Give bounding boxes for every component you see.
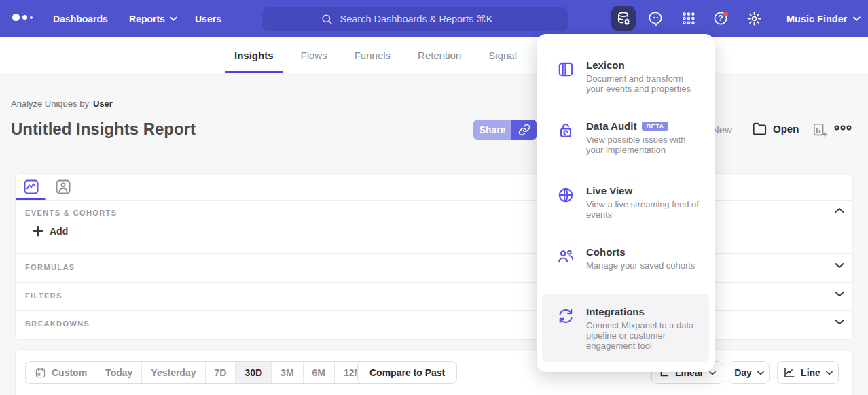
new-report-button[interactable]: New bbox=[712, 124, 732, 135]
add-label: Add bbox=[50, 226, 68, 237]
lexicon-book-icon bbox=[557, 59, 575, 94]
workspace-label: Music Finder bbox=[786, 14, 847, 24]
nav-item-dashboards[interactable]: Dashboards bbox=[53, 0, 108, 37]
beta-badge: BETA bbox=[642, 122, 668, 131]
open-report-button[interactable]: Open bbox=[753, 122, 799, 136]
add-event-button[interactable]: Add bbox=[33, 226, 68, 237]
expand-formulas-chevron-down-icon[interactable] bbox=[835, 262, 844, 269]
range-7d-label: 7D bbox=[215, 367, 227, 378]
apps-grid-button[interactable] bbox=[676, 6, 701, 31]
profiles-view-tab[interactable] bbox=[55, 179, 71, 195]
data-management-menu: Lexicon Document and transform your even… bbox=[537, 34, 715, 372]
tab-funnels[interactable]: Funnels bbox=[341, 37, 404, 73]
compare-label: Compare to Past bbox=[369, 367, 445, 378]
tab-insights-label: Insights bbox=[234, 50, 274, 61]
share-split-button: Share bbox=[473, 120, 537, 140]
more-actions-button[interactable] bbox=[834, 124, 852, 131]
chart-type-label: Line bbox=[801, 367, 820, 378]
nav-item-users[interactable]: Users bbox=[195, 0, 221, 37]
date-range-segmented-control: Custom Today Yesterday 7D 30D 3M 6M 12M bbox=[25, 361, 372, 384]
tab-signal[interactable]: Signal bbox=[475, 37, 530, 73]
breadcrumb: Analyze Uniques byUser bbox=[11, 99, 113, 109]
expand-breakdowns-chevron-down-icon[interactable] bbox=[835, 319, 844, 325]
range-6m-label: 6M bbox=[312, 367, 325, 378]
menu-item-lexicon[interactable]: Lexicon Document and transform your even… bbox=[557, 59, 700, 94]
chevron-down-icon bbox=[170, 16, 177, 21]
metrics-view-tab[interactable] bbox=[23, 179, 39, 195]
section-label-events: EVENTS & COHORTS bbox=[25, 209, 117, 217]
expand-filters-chevron-down-icon[interactable] bbox=[835, 291, 844, 297]
range-yesterday-label: Yesterday bbox=[151, 367, 196, 378]
cohorts-description: Manage your saved cohorts bbox=[586, 260, 695, 271]
lexicon-description: Document and transform your events and p… bbox=[586, 73, 700, 94]
plus-icon bbox=[33, 226, 43, 237]
tab-retention[interactable]: Retention bbox=[404, 37, 475, 73]
link-icon bbox=[518, 124, 530, 136]
section-label-filters: FILTERS bbox=[25, 292, 62, 300]
nav-item-reports[interactable]: Reports bbox=[129, 0, 177, 37]
mixpanel-logo-icon[interactable] bbox=[12, 14, 33, 21]
page-title[interactable]: Untitled Insights Report bbox=[11, 120, 196, 139]
section-label-formulas: FORMULAS bbox=[25, 263, 75, 271]
folder-icon bbox=[753, 122, 767, 136]
search-input[interactable] bbox=[340, 14, 510, 24]
nav-dashboards-label: Dashboards bbox=[53, 14, 108, 24]
data-management-button[interactable] bbox=[611, 6, 636, 31]
report-tabbar: Insights Flows Funnels Retention Signal … bbox=[0, 37, 868, 73]
breadcrumb-prefix: Analyze Uniques by bbox=[11, 99, 89, 109]
chevron-down-icon bbox=[757, 371, 764, 375]
breadcrumb-value[interactable]: User bbox=[93, 99, 113, 109]
tab-funnels-label: Funnels bbox=[355, 50, 391, 61]
add-to-dashboard-button[interactable] bbox=[812, 122, 827, 137]
range-custom-label: Custom bbox=[52, 367, 87, 378]
notification-dot bbox=[723, 12, 728, 16]
add-to-dashboard-icon bbox=[812, 122, 827, 137]
section-label-breakdowns: BREAKDOWNS bbox=[25, 320, 90, 328]
tab-insights[interactable]: Insights bbox=[221, 37, 287, 73]
cohorts-people-icon bbox=[557, 246, 575, 271]
nav-users-label: Users bbox=[195, 14, 221, 24]
range-today-label: Today bbox=[105, 367, 132, 378]
open-label: Open bbox=[773, 123, 799, 135]
range-3m[interactable]: 3M bbox=[271, 362, 302, 383]
range-7d[interactable]: 7D bbox=[205, 362, 236, 383]
search-icon bbox=[321, 13, 333, 26]
data-audit-lock-icon bbox=[557, 120, 575, 155]
chart-type-select-button[interactable]: Line bbox=[777, 361, 839, 384]
interval-select-button[interactable]: Day bbox=[729, 361, 770, 384]
menu-item-live-view[interactable]: Live View View a live streaming feed of … bbox=[557, 185, 700, 220]
database-gear-icon bbox=[616, 11, 632, 27]
range-30d[interactable]: 30D bbox=[235, 362, 271, 383]
svg-text:?: ? bbox=[718, 14, 723, 23]
data-audit-title: Data Audit bbox=[586, 120, 636, 132]
range-today[interactable]: Today bbox=[96, 362, 141, 383]
more-dots-icon bbox=[834, 124, 852, 131]
copy-link-button[interactable] bbox=[511, 120, 537, 140]
menu-item-data-audit[interactable]: Data Audit BETA View possible issues wit… bbox=[557, 120, 700, 155]
feedback-button[interactable] bbox=[644, 6, 668, 31]
settings-button[interactable] bbox=[742, 6, 766, 31]
compare-to-past-button[interactable]: Compare to Past bbox=[357, 361, 457, 384]
range-yesterday[interactable]: Yesterday bbox=[141, 362, 204, 383]
app-root: Dashboards Reports Users bbox=[0, 0, 868, 395]
help-button[interactable]: ? bbox=[709, 6, 734, 31]
live-view-globe-icon bbox=[557, 185, 575, 220]
help-icon: ? bbox=[712, 10, 730, 27]
collapse-events-chevron-up-icon[interactable] bbox=[835, 207, 844, 213]
menu-item-integrations[interactable]: Integrations Connect Mixpanel to a data … bbox=[557, 306, 700, 351]
integrations-description: Connect Mixpanel to a data pipeline or c… bbox=[586, 320, 700, 351]
chevron-down-icon bbox=[853, 16, 861, 21]
range-30d-label: 30D bbox=[245, 367, 262, 378]
top-nav: Dashboards Reports Users bbox=[0, 0, 868, 37]
workspace-switcher[interactable]: Music Finder bbox=[786, 0, 861, 37]
nav-reports-label: Reports bbox=[129, 14, 165, 24]
tab-flows[interactable]: Flows bbox=[287, 37, 341, 73]
global-search[interactable] bbox=[262, 7, 568, 31]
share-button[interactable]: Share bbox=[473, 120, 511, 140]
lexicon-title: Lexicon bbox=[586, 59, 625, 71]
range-6m[interactable]: 6M bbox=[303, 362, 334, 383]
menu-item-cohorts[interactable]: Cohorts Manage your saved cohorts bbox=[557, 246, 700, 271]
chevron-down-icon bbox=[709, 371, 716, 375]
range-custom[interactable]: Custom bbox=[26, 362, 96, 383]
gear-icon bbox=[746, 11, 762, 27]
